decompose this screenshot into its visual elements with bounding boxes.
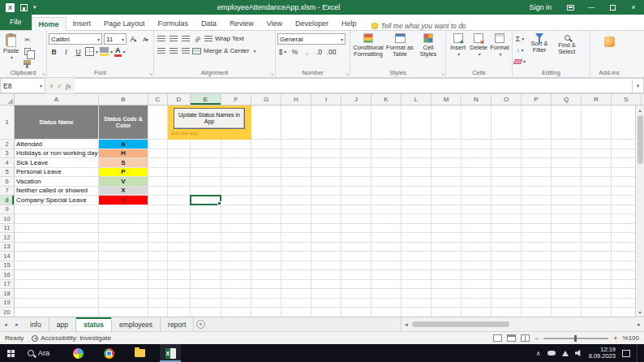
cell-F17[interactable]: [221, 280, 251, 290]
cell-A13[interactable]: [15, 243, 99, 252]
onedrive-icon[interactable]: [547, 351, 556, 356]
cell-P10[interactable]: [522, 214, 552, 224]
cell-G12[interactable]: [251, 233, 281, 243]
cell-K4[interactable]: [371, 158, 401, 168]
cell-I14[interactable]: [311, 252, 341, 261]
cell-E5[interactable]: [191, 168, 221, 178]
cell-E14[interactable]: [191, 252, 221, 261]
row-header-7[interactable]: 7: [0, 187, 15, 196]
column-header-N[interactable]: N: [462, 94, 492, 105]
column-header-G[interactable]: G: [251, 94, 281, 105]
cell-A10[interactable]: [15, 214, 99, 224]
row-header-13[interactable]: 13: [0, 243, 15, 252]
column-header-M[interactable]: M: [431, 94, 462, 105]
cell-H1[interactable]: [281, 106, 311, 140]
cell-O9[interactable]: [492, 205, 522, 215]
cell-R11[interactable]: [582, 224, 612, 234]
cell-Q9[interactable]: [552, 205, 582, 215]
cell-K15[interactable]: [371, 261, 401, 271]
align-right-button[interactable]: [180, 45, 191, 56]
alignment-dialog-launcher[interactable]: ↘: [270, 71, 274, 76]
cell-K18[interactable]: [371, 289, 401, 299]
cell-M9[interactable]: [431, 205, 462, 215]
row-header-12[interactable]: 12: [0, 233, 15, 243]
cell-C3[interactable]: [148, 149, 168, 159]
cell-I15[interactable]: [311, 261, 341, 271]
cell-N16[interactable]: [462, 270, 492, 280]
cell-Q7[interactable]: [552, 187, 582, 196]
cell-B17[interactable]: [99, 280, 148, 290]
cell-N11[interactable]: [462, 224, 492, 234]
cell-F4[interactable]: [221, 158, 251, 168]
cell-J19[interactable]: [341, 299, 371, 308]
scroll-down-icon[interactable]: ▾: [636, 308, 644, 317]
cell-B4[interactable]: S: [99, 158, 148, 168]
cell-C19[interactable]: [148, 299, 168, 308]
row-header-8[interactable]: 8: [0, 196, 15, 205]
cell-L19[interactable]: [401, 299, 431, 308]
format-cells-button[interactable]: Format ▾: [489, 32, 510, 68]
cell-G18[interactable]: [251, 289, 281, 299]
vertical-scroll-thumb[interactable]: [638, 115, 643, 164]
cell-M6[interactable]: [431, 177, 462, 187]
addins-button[interactable]: [603, 32, 616, 68]
cell-F12[interactable]: [221, 233, 251, 243]
align-middle-button[interactable]: [168, 33, 178, 44]
cell-H17[interactable]: [281, 280, 311, 290]
cell-Q5[interactable]: [552, 168, 582, 178]
copy-button[interactable]: [22, 46, 32, 57]
cell-Q14[interactable]: [552, 252, 582, 261]
sheet-tab-report[interactable]: report: [161, 317, 194, 331]
cell-B14[interactable]: [99, 252, 148, 261]
start-button[interactable]: [0, 344, 21, 362]
accessibility-status[interactable]: Accessibility: Investigate: [32, 334, 111, 342]
cell-G16[interactable]: [251, 270, 281, 280]
cell-M17[interactable]: [431, 280, 462, 290]
cell-L10[interactable]: [401, 214, 431, 224]
sheet-tab-app[interactable]: app: [49, 317, 76, 331]
cell-B1[interactable]: Status Code & Color: [99, 106, 148, 140]
cell-M5[interactable]: [431, 168, 462, 178]
cell-L6[interactable]: [401, 177, 431, 187]
action-center-icon[interactable]: [622, 350, 630, 357]
cell-B5[interactable]: P: [99, 168, 148, 178]
vertical-scrollbar[interactable]: ▴ ▾: [635, 106, 644, 317]
zoom-level[interactable]: %100: [623, 334, 639, 342]
cell-J8[interactable]: [341, 196, 371, 205]
cell-B10[interactable]: [99, 214, 148, 224]
cell-J2[interactable]: [341, 140, 371, 149]
decrease-font-button[interactable]: A▾: [140, 34, 151, 45]
cell-F14[interactable]: [221, 252, 251, 261]
cell-J15[interactable]: [341, 261, 371, 271]
tab-review[interactable]: Review: [223, 17, 260, 30]
cell-B11[interactable]: [99, 224, 148, 234]
cell-O18[interactable]: [492, 289, 522, 299]
tab-home[interactable]: Home: [32, 17, 67, 31]
select-all-corner[interactable]: [0, 94, 15, 105]
row-header-2[interactable]: 2: [0, 140, 15, 149]
cell-E15[interactable]: [191, 261, 221, 271]
cell-M10[interactable]: [431, 214, 462, 224]
normal-view-button[interactable]: [493, 334, 502, 342]
cell-P7[interactable]: [522, 187, 552, 196]
font-dialog-launcher[interactable]: ↘: [148, 71, 152, 76]
cell-A8[interactable]: Company Special Leave: [15, 196, 99, 205]
cell-F15[interactable]: [221, 261, 251, 271]
cell-P19[interactable]: [522, 299, 552, 308]
cell-G19[interactable]: [251, 299, 281, 308]
format-painter-button[interactable]: [22, 58, 32, 69]
cell-Q12[interactable]: [552, 233, 582, 243]
cell-L1[interactable]: [401, 106, 431, 140]
cell-D9[interactable]: [168, 205, 191, 215]
cell-G1[interactable]: [251, 106, 281, 140]
cell-A3[interactable]: Holidays or non working days: [15, 149, 99, 159]
cell-M4[interactable]: [431, 158, 462, 168]
cell-F6[interactable]: [221, 177, 251, 187]
cell-C8[interactable]: [148, 196, 168, 205]
cell-C5[interactable]: [148, 168, 168, 178]
row-header-10[interactable]: 10: [0, 214, 15, 224]
cell-N19[interactable]: [462, 299, 492, 308]
cell-N8[interactable]: [462, 196, 492, 205]
cell-N20[interactable]: [462, 308, 492, 317]
cell-E9[interactable]: [191, 205, 221, 215]
